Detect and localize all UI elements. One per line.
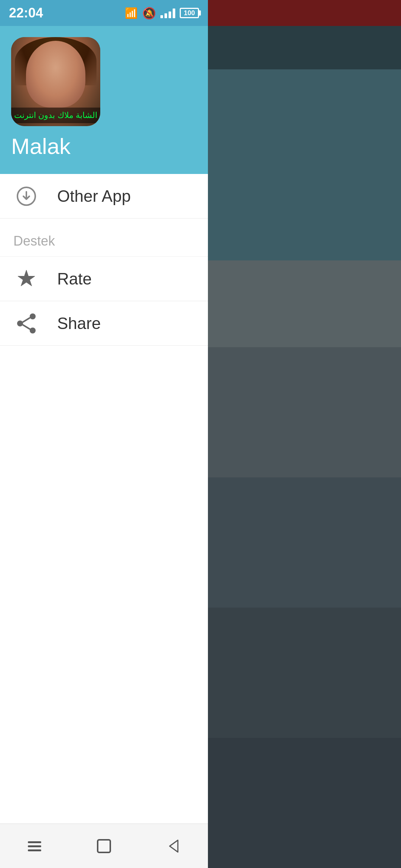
nav-home-button[interactable] — [89, 831, 119, 861]
other-app-menu-item[interactable]: Other App — [0, 174, 208, 218]
status-bar: 22:04 📶 🔕 100 — [0, 0, 208, 26]
status-bar-right-bg — [208, 0, 401, 26]
app-icon-inner: الشابة ملاك بدون انترنت — [11, 37, 100, 126]
right-overlay — [208, 0, 401, 868]
bottom-navigation — [0, 823, 208, 868]
share-icon — [16, 313, 37, 334]
signal-bar-4 — [173, 9, 175, 18]
signal-bars — [160, 8, 175, 18]
section-header-destek: Destek — [0, 218, 208, 257]
battery-level: 100 — [184, 9, 195, 17]
download-circle-icon — [16, 186, 37, 207]
signal-bar-3 — [169, 11, 171, 18]
home-square-icon — [95, 837, 113, 855]
status-icons: 📶 🔕 100 — [125, 7, 199, 20]
share-icon-container — [13, 310, 39, 336]
other-app-label: Other App — [57, 187, 131, 206]
signal-bar-2 — [164, 13, 167, 18]
app-icon: الشابة ملاك بدون انترنت — [11, 37, 100, 126]
svg-line-4 — [23, 318, 30, 322]
rate-menu-item[interactable]: Rate — [0, 257, 208, 301]
signal-bar-1 — [160, 15, 163, 18]
other-app-icon — [13, 183, 39, 209]
svg-point-2 — [17, 320, 23, 326]
back-triangle-icon — [164, 837, 182, 855]
svg-line-5 — [23, 325, 30, 329]
bluetooth-icon: 📶 — [125, 7, 138, 19]
svg-point-3 — [30, 328, 36, 333]
star-icon-container — [13, 266, 39, 292]
status-time: 22:04 — [9, 5, 43, 21]
drawer-content: Other App Destek Rate — [0, 174, 208, 868]
svg-rect-6 — [28, 841, 41, 843]
rate-label: Rate — [57, 270, 92, 288]
star-icon — [15, 268, 38, 290]
svg-rect-9 — [98, 840, 110, 852]
drawer-header: الشابة ملاك بدون انترنت Malak — [0, 0, 208, 174]
share-label: Share — [57, 314, 101, 333]
mute-icon: 🔕 — [142, 7, 156, 20]
hamburger-icon — [25, 836, 44, 856]
svg-rect-8 — [28, 849, 41, 851]
share-menu-item[interactable]: Share — [0, 301, 208, 346]
nav-back-button[interactable] — [159, 831, 188, 861]
battery-icon: 100 — [180, 8, 199, 18]
drawer-panel: الشابة ملاك بدون انترنت Malak Other App … — [0, 0, 208, 868]
app-icon-face — [26, 41, 85, 108]
app-icon-text: الشابة ملاك بدون انترنت — [11, 108, 100, 123]
nav-menu-button[interactable] — [20, 831, 49, 861]
svg-rect-7 — [28, 845, 41, 847]
app-title: Malak — [0, 126, 208, 159]
svg-point-1 — [30, 313, 36, 319]
